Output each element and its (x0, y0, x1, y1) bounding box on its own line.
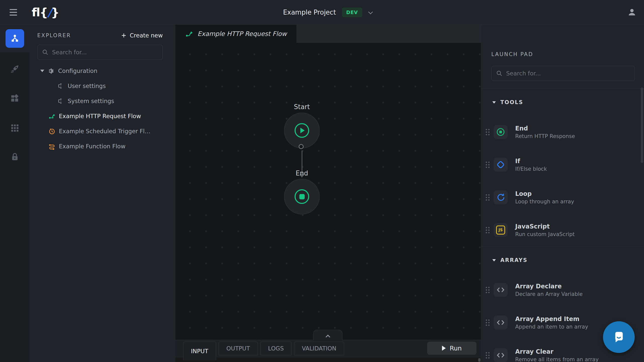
workflow-icon (10, 34, 19, 43)
rail-item-apps[interactable] (10, 123, 20, 132)
section-arrays[interactable]: ARRAYS (492, 257, 644, 264)
search-icon (496, 70, 503, 77)
bottom-panel-tab-strip: INPUT OUTPUT LOGS VALIDATION Run (175, 340, 481, 357)
caret-down-icon[interactable] (40, 70, 44, 72)
play-icon (442, 346, 446, 351)
caret-down-icon (492, 101, 496, 104)
flow-icon (185, 30, 193, 38)
launch-pad-title: LAUNCH PAD (491, 51, 533, 57)
launch-pad-scrollbar[interactable] (641, 87, 643, 163)
tab-logs[interactable]: LOGS (260, 342, 292, 355)
menu-hamburger-icon[interactable] (10, 9, 17, 16)
tool-icon-tile (494, 348, 508, 362)
tool-item-end[interactable]: EndReturn HTTP Response (481, 116, 644, 148)
rocket-icon (10, 64, 20, 74)
tab-output[interactable]: OUTPUT (219, 342, 258, 355)
tree-item-label: Example HTTP Request Flow (59, 113, 141, 119)
tool-icon-tile (494, 315, 508, 330)
tree-item-label: System settings (68, 98, 114, 104)
tool-item-array-declare[interactable]: Array DeclareDeclare an Array Variable (481, 274, 644, 306)
bottom-panel-content (175, 357, 481, 362)
blocks-icon (10, 94, 20, 103)
tree-item-label: Configuration (58, 68, 97, 74)
start-node-label: Start (277, 103, 327, 111)
tool-icon-tile (494, 283, 508, 297)
launch-pad-search-input[interactable] (506, 70, 630, 77)
end-node[interactable] (284, 179, 320, 214)
project-name: Example Project (283, 9, 336, 16)
logo-slash: / (48, 6, 51, 19)
flow-icon (49, 113, 55, 120)
bottom-panel-scrollbar[interactable] (478, 358, 480, 362)
tool-icon-tile: JS (494, 223, 508, 237)
code-brackets-icon (496, 285, 505, 295)
section-tools[interactable]: TOOLS (492, 99, 644, 106)
divider (481, 246, 644, 247)
launch-pad-search[interactable] (491, 66, 635, 81)
top-bar: fl{/} Example Project DEV (0, 0, 644, 25)
drag-handle-icon[interactable] (486, 287, 490, 293)
tab-validation[interactable]: VALIDATION (294, 342, 344, 355)
end-stop-icon (496, 127, 505, 137)
clock-icon (49, 128, 55, 135)
drag-handle-icon[interactable] (486, 320, 490, 326)
chevron-down-icon[interactable] (368, 10, 373, 14)
tool-item-javascript[interactable]: JS JavaScriptRun custom JavaScript (481, 214, 644, 246)
tree-item-user-settings[interactable]: User settings (29, 78, 175, 94)
bottom-panel-expand-handle[interactable] (313, 330, 342, 340)
lock-icon (10, 152, 20, 161)
chat-bubble-icon (611, 329, 627, 345)
launch-pad-body[interactable]: TOOLS EndReturn HTTP Response IfIf/Else … (481, 89, 644, 362)
start-node-ring (295, 123, 309, 138)
chat-support-button[interactable] (603, 321, 635, 353)
caret-down-icon (492, 259, 496, 261)
input-field-icon (58, 98, 64, 104)
create-new-button[interactable]: Create new (121, 32, 163, 39)
tree-item-system-settings[interactable]: System settings (29, 94, 175, 109)
tab-input[interactable]: INPUT (183, 342, 216, 360)
rail-active-section (0, 25, 29, 52)
rail-item-security[interactable] (10, 152, 20, 161)
plus-icon (121, 32, 127, 38)
explorer-panel: EXPLORER Create new Configuration User s… (29, 25, 175, 362)
canvas-tab-http-request-flow[interactable]: Example HTTP Request Flow (175, 25, 297, 43)
drag-handle-icon[interactable] (486, 352, 490, 358)
input-field-icon (58, 83, 64, 89)
user-avatar-button[interactable] (627, 8, 636, 17)
start-node-output-port[interactable] (299, 144, 304, 149)
run-button[interactable]: Run (427, 342, 476, 355)
tool-item-loop[interactable]: LoopLoop through an array (481, 181, 644, 214)
tool-icon-tile (494, 158, 508, 172)
stop-icon (299, 194, 305, 199)
tree-item-label: Example Function Flow (59, 143, 126, 150)
rail-item-components[interactable] (10, 94, 20, 103)
gear-icon (48, 68, 55, 74)
end-node-ring (295, 189, 309, 204)
tree-item-label: Example Scheduled Trigger Fl… (59, 128, 150, 134)
tools-list: EndReturn HTTP Response IfIf/Else block … (481, 116, 644, 246)
tree-item-scheduled-trigger-flow[interactable]: Example Scheduled Trigger Fl… (29, 124, 175, 139)
drag-handle-icon[interactable] (486, 227, 490, 233)
drag-handle-icon[interactable] (486, 129, 490, 135)
rail-item-flows[interactable] (6, 29, 24, 48)
code-brackets-icon (496, 350, 505, 360)
drag-handle-icon[interactable] (486, 194, 490, 201)
tree-item-label: User settings (68, 83, 106, 89)
explorer-title: EXPLORER (37, 32, 71, 38)
tree-item-http-request-flow[interactable]: Example HTTP Request Flow (29, 109, 175, 124)
drag-handle-icon[interactable] (486, 162, 490, 168)
rail-item-launch[interactable] (10, 64, 20, 74)
grid-icon (10, 123, 20, 132)
search-icon (42, 49, 49, 56)
canvas-grid[interactable]: Start End (175, 43, 481, 340)
tool-item-if[interactable]: IfIf/Else block (481, 148, 644, 181)
tree-item-function-flow[interactable]: Example Function Flow (29, 139, 175, 154)
app-logo: fl{/} (32, 6, 59, 19)
tool-icon-tile (494, 125, 508, 139)
start-node[interactable] (284, 113, 320, 148)
explorer-search[interactable] (37, 45, 163, 60)
project-switcher[interactable]: Example Project DEV (283, 0, 372, 25)
tree-item-configuration[interactable]: Configuration (29, 63, 175, 78)
explorer-search-input[interactable] (52, 49, 158, 56)
javascript-icon: JS (496, 225, 505, 235)
